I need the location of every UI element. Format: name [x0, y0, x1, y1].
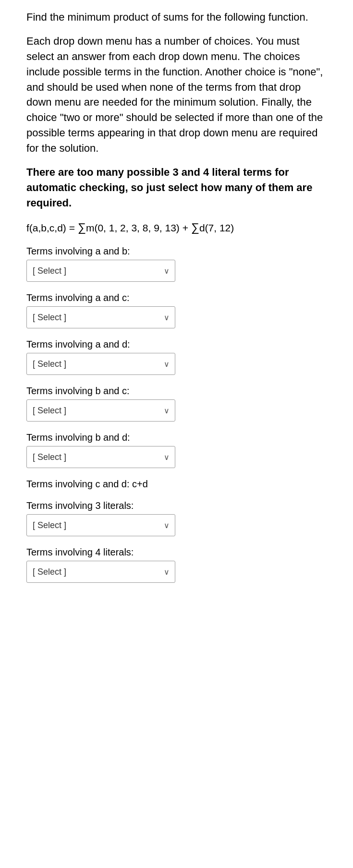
select-wrapper-ad: [ Select ] none a'd' a'd ad' ad two or m…: [26, 353, 175, 375]
content-area: Find the minimum product of sums for the…: [26, 10, 327, 583]
label-3lit: Terms involving 3 literals:: [26, 500, 327, 511]
select-bd[interactable]: [ Select ] none b'd' b'd bd' bd two or m…: [26, 446, 175, 468]
select-wrapper-3lit: [ Select ] 0 1 2 3 4+: [26, 514, 175, 536]
label-bd: Terms involving b and d:: [26, 432, 327, 443]
select-wrapper-bc: [ Select ] none b'c' b'c bc' bc two or m…: [26, 399, 175, 422]
sigma1-icon: ∑: [78, 221, 86, 234]
term-group-bc: Terms involving b and c: [ Select ] none…: [26, 386, 327, 422]
select-wrapper-4lit: [ Select ] 0 1 2 3 4+: [26, 561, 175, 583]
term-group-ab: Terms involving a and b: [ Select ] none…: [26, 246, 327, 282]
instruction-line1: Find the minimum product of sums for the…: [26, 10, 327, 25]
instruction-line3: There are too many possible 3 and 4 lite…: [26, 165, 327, 211]
instruction-line2: Each drop down menu has a number of choi…: [26, 34, 327, 156]
label-bc: Terms involving b and c:: [26, 386, 327, 397]
term-group-bd: Terms involving b and d: [ Select ] none…: [26, 432, 327, 468]
select-ac[interactable]: [ Select ] none a'c' a'c ac' ac two or m…: [26, 306, 175, 328]
select-wrapper-ab: [ Select ] none a'b' a'b ab' ab two or m…: [26, 260, 175, 282]
sigma2-icon: ∑: [191, 221, 199, 234]
select-bc[interactable]: [ Select ] none b'c' b'c bc' bc two or m…: [26, 399, 175, 422]
function-expression: f(a,b,c,d) = ∑m(0, 1, 2, 3, 8, 9, 13) + …: [26, 219, 327, 236]
label-ac: Terms involving a and c:: [26, 292, 327, 303]
label-cd: Terms involving c and d: c+d: [26, 479, 327, 490]
select-wrapper-bd: [ Select ] none b'd' b'd bd' bd two or m…: [26, 446, 175, 468]
function-m: m(0, 1, 2, 3, 8, 9, 13) +: [86, 222, 191, 233]
select-4lit[interactable]: [ Select ] 0 1 2 3 4+: [26, 561, 175, 583]
label-ab: Terms involving a and b:: [26, 246, 327, 257]
select-3lit[interactable]: [ Select ] 0 1 2 3 4+: [26, 514, 175, 536]
select-ad[interactable]: [ Select ] none a'd' a'd ad' ad two or m…: [26, 353, 175, 375]
function-label: f(a,b,c,d) =: [26, 222, 78, 233]
term-group-4lit: Terms involving 4 literals: [ Select ] 0…: [26, 547, 327, 583]
label-ad: Terms involving a and d:: [26, 339, 327, 350]
label-4lit: Terms involving 4 literals:: [26, 547, 327, 558]
select-ab[interactable]: [ Select ] none a'b' a'b ab' ab two or m…: [26, 260, 175, 282]
term-group-ad: Terms involving a and d: [ Select ] none…: [26, 339, 327, 375]
function-d: d(7, 12): [199, 222, 234, 233]
select-wrapper-ac: [ Select ] none a'c' a'c ac' ac two or m…: [26, 306, 175, 328]
term-group-ac: Terms involving a and c: [ Select ] none…: [26, 292, 327, 328]
term-group-3lit: Terms involving 3 literals: [ Select ] 0…: [26, 500, 327, 536]
term-group-cd: Terms involving c and d: c+d: [26, 479, 327, 490]
